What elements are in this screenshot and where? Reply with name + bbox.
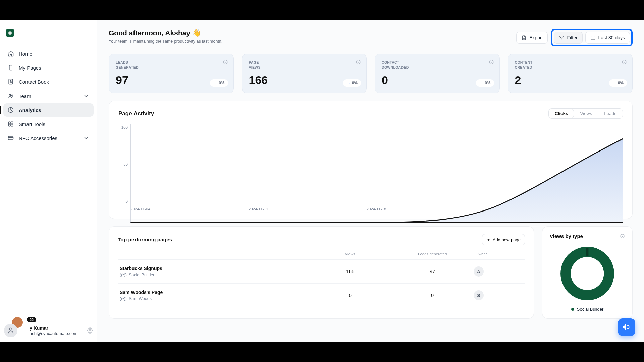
info-icon[interactable]: [620, 234, 625, 239]
stat-value: 2: [515, 74, 626, 87]
main-content: Good afternoon, Akshay 👋 Your team is ma…: [97, 20, 644, 342]
chart-tab-views[interactable]: Views: [574, 109, 598, 118]
svg-point-14: [89, 330, 91, 331]
stat-card-leads: LEADSGENERATED 97 →0%: [109, 54, 234, 93]
sidebar-footer[interactable]: y Kumar ash@synxautomate.com: [4, 324, 93, 337]
stat-label: CONTENT: [515, 60, 533, 64]
chart-tabs: Clicks Views Leads: [548, 108, 623, 119]
chevron-down-icon: [83, 135, 90, 141]
export-label: Export: [529, 35, 543, 40]
add-page-button[interactable]: ＋ Add new page: [482, 234, 525, 245]
donut-title: Views by type: [550, 233, 583, 239]
nav-label: Analytics: [19, 107, 41, 113]
stat-card-views: PAGEVIEWS 166 →0%: [242, 54, 367, 93]
arrow-icon: →: [346, 81, 351, 85]
nav-item-contact-book[interactable]: Contact Book: [3, 75, 94, 88]
svg-point-5: [9, 94, 11, 96]
primary-nav: Home My Pages Contact Book Team Analytic…: [0, 43, 97, 149]
info-icon[interactable]: [223, 59, 228, 65]
svg-point-6: [11, 95, 13, 96]
svg-rect-10: [8, 124, 10, 126]
table-row[interactable]: Starbucks Signups ((•))Social Builder 16…: [118, 259, 525, 283]
info-icon[interactable]: [622, 59, 627, 65]
y-tick: 100: [121, 125, 128, 129]
page-name: Sam Woods's Page: [120, 290, 309, 295]
user-name: y Kumar: [30, 325, 77, 331]
date-range-button[interactable]: Last 30 days: [585, 32, 630, 44]
page-header: Good afternoon, Akshay 👋 Your team is ma…: [109, 29, 633, 46]
stat-card-downloads: CONTACTDOWNLOADED 0 →0%: [375, 54, 500, 93]
donut-chart: [559, 245, 616, 302]
nav-label: Contact Book: [19, 79, 49, 85]
megaphone-icon: [622, 323, 631, 331]
export-icon: [521, 35, 527, 40]
nav-item-home[interactable]: Home: [3, 47, 94, 60]
stat-label: VIEWS: [249, 65, 261, 69]
svg-rect-9: [11, 122, 13, 124]
legend-label: Social Builder: [577, 307, 604, 312]
nav-item-nfc[interactable]: NFC Accessories: [3, 131, 94, 145]
stat-label: DOWNLOADED: [382, 65, 409, 69]
plus-icon: ＋: [486, 237, 491, 243]
views-by-type-card: Views by type Social Builder: [542, 226, 633, 319]
chart-tab-clicks[interactable]: Clicks: [549, 109, 574, 118]
donut-legend: Social Builder: [550, 307, 625, 312]
nav-label: Home: [19, 51, 32, 57]
settings-icon[interactable]: [87, 327, 93, 334]
filter-icon: [559, 35, 564, 40]
nav-item-smart-tools[interactable]: Smart Tools: [3, 117, 94, 131]
add-page-label: Add new page: [493, 237, 521, 242]
greeting-title: Good afternoon, Akshay 👋: [109, 29, 222, 37]
filter-label: Filter: [567, 35, 577, 40]
stat-change: →0%: [343, 79, 361, 87]
chart-title: Page Activity: [118, 110, 154, 117]
row-leads: 97: [391, 269, 474, 274]
home-icon: [7, 50, 14, 57]
y-tick: 50: [123, 162, 128, 166]
arrow-icon: →: [612, 81, 616, 85]
sidebar: Home My Pages Contact Book Team Analytic…: [0, 20, 97, 342]
bottom-row: Top performing pages ＋ Add new page View…: [109, 226, 633, 319]
export-button[interactable]: Export: [516, 32, 548, 44]
stat-value: 97: [116, 74, 227, 87]
contact-book-icon: [7, 78, 14, 85]
stats-row: LEADSGENERATED 97 →0% PAGEVIEWS 166 →0% …: [109, 54, 633, 93]
stat-value: 166: [249, 74, 360, 87]
page-sub: ((•))Sam Woods: [120, 296, 309, 301]
svg-rect-24: [586, 248, 589, 256]
row-leads: 0: [391, 293, 474, 298]
svg-rect-15: [591, 36, 595, 40]
table-header: Views Leads generated Owner: [118, 245, 525, 259]
stat-label: CONTACT: [382, 60, 399, 64]
nav-item-team[interactable]: Team: [3, 89, 94, 103]
broadcast-icon: ((•)): [120, 296, 127, 301]
info-icon[interactable]: [356, 59, 361, 65]
stat-label: PAGE: [249, 60, 259, 64]
y-tick: 0: [126, 199, 128, 203]
page-name: Starbucks Signups: [120, 266, 309, 271]
area-chart: [130, 124, 623, 223]
filter-button[interactable]: Filter: [554, 32, 582, 44]
top-pages-title: Top performing pages: [118, 237, 172, 243]
announce-fab[interactable]: [618, 318, 635, 336]
chart-tab-leads[interactable]: Leads: [598, 109, 623, 118]
top-pages-card: Top performing pages ＋ Add new page View…: [109, 226, 534, 319]
chart-body: 100 50 0: [118, 124, 623, 204]
stat-card-content: CONTENTCREATED 2 →0%: [508, 54, 633, 93]
info-icon[interactable]: [489, 59, 494, 65]
nav-item-my-pages[interactable]: My Pages: [3, 61, 94, 74]
stat-label: GENERATED: [116, 65, 139, 69]
nav-item-analytics[interactable]: Analytics: [3, 103, 94, 117]
analytics-icon: [7, 107, 14, 113]
calendar-icon: [590, 35, 596, 40]
legend-dot-icon: [571, 308, 574, 311]
svg-point-0: [8, 31, 12, 35]
svg-rect-8: [8, 122, 10, 124]
row-views: 166: [309, 269, 391, 274]
nav-label: Smart Tools: [19, 121, 45, 127]
arrow-icon: →: [213, 81, 217, 85]
table-row[interactable]: Sam Woods's Page ((•))Sam Woods 0 0 S: [118, 283, 525, 307]
chart-card: Page Activity Clicks Views Leads 100 50 …: [109, 101, 633, 219]
stat-change: →0%: [609, 79, 627, 87]
col-views: Views: [309, 252, 391, 256]
